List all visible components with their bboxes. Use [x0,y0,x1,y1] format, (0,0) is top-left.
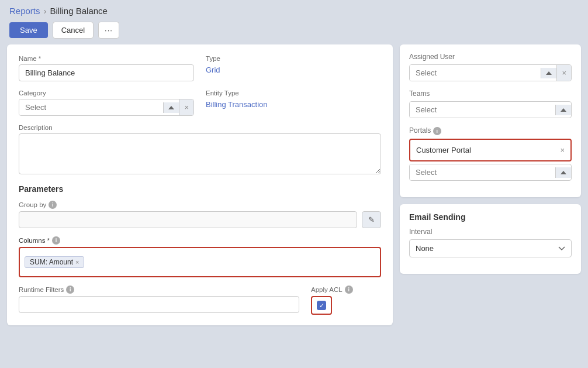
portals-chevron-up-btn[interactable] [555,167,571,178]
chevron-up-icon [168,106,174,109]
entity-type-value: Billing Transaction [206,99,381,110]
portals-select-wrapper [409,164,572,181]
interval-select[interactable]: None Daily Weekly Monthly [409,239,572,257]
group-by-edit-btn[interactable]: ✎ [362,211,381,228]
assigned-user-clear-btn[interactable]: × [556,65,571,81]
category-input[interactable] [19,99,163,115]
group-by-label: Group by i [19,201,381,209]
columns-wrapper: SUM: Amount × [19,247,381,277]
interval-field-group: Interval None Daily Weekly Monthly [409,228,572,257]
portal-remove-btn[interactable]: × [560,146,565,154]
main-panel: Name * Type Grid Category [7,44,393,325]
column-tag-label: SUM: Amount [30,258,73,266]
content-area: Name * Type Grid Category [0,44,588,332]
apply-acl-label: Apply ACL i [311,286,381,294]
category-chevron-up-btn[interactable] [163,102,179,113]
name-label: Name * [19,55,194,62]
chevron-up-icon [546,71,552,75]
assigned-user-select-wrapper: × [409,64,572,81]
runtime-filters-row: Runtime Filters i Apply ACL i [19,286,381,315]
more-button[interactable]: ··· [98,22,119,39]
description-input[interactable] [19,133,381,174]
runtime-filters-info-icon: i [66,286,74,294]
portals-label: Portals i [409,126,572,135]
name-type-row: Name * Type Grid [19,55,381,90]
columns-field-group: Columns * i SUM: Amount × [19,236,381,277]
email-sending-title: Email Sending [409,212,572,222]
assigned-user-input[interactable] [410,65,541,81]
close-icon: × [184,103,189,112]
category-field-group: Category × [19,90,194,116]
save-button[interactable]: Save [9,22,48,38]
page-wrapper: Reports › Billing Balance Save Cancel ··… [0,0,588,368]
breadcrumb-link[interactable]: Reports [9,6,40,16]
close-icon: × [562,68,566,77]
name-input[interactable] [19,64,194,81]
cancel-button[interactable]: Cancel [53,22,94,39]
portal-item: Customer Portal × [415,143,566,157]
breadcrumb: Reports › Billing Balance [0,0,588,19]
pencil-icon: ✎ [368,215,375,224]
apply-acl-checkbox[interactable] [317,301,326,310]
type-label: Type [206,55,381,62]
interval-wrapper: None Daily Weekly Monthly [409,239,572,257]
chevron-up-icon [561,108,566,112]
teams-field-group: Teams [409,90,572,118]
type-value: Grid [206,64,381,75]
portals-info-icon: i [433,127,441,135]
chevron-up-icon [561,171,566,174]
runtime-filters-group: Runtime Filters i [19,286,299,313]
entity-type-field-group: Entity Type Billing Transaction [206,90,381,116]
entity-type-label: Entity Type [206,90,381,97]
description-field-group: Description [19,124,381,176]
assigned-user-label: Assigned User [409,53,572,61]
column-tag-remove[interactable]: × [75,259,79,266]
group-by-info-icon: i [49,201,57,209]
portals-wrapper: Customer Portal × [409,139,572,161]
portal-name: Customer Portal [416,146,471,154]
category-clear-btn[interactable]: × [179,99,193,115]
group-by-wrapper: ✎ [19,211,381,228]
teams-chevron-up-btn[interactable] [555,105,571,115]
columns-label: Columns * i [19,236,381,245]
apply-acl-info-icon: i [345,286,353,294]
columns-tag-area: SUM: Amount × [25,253,375,271]
description-label: Description [19,124,381,131]
email-sending-card: Email Sending Interval None Daily Weekly… [400,204,581,274]
assigned-teams-card: Assigned User × Teams [400,44,581,197]
breadcrumb-current: Billing Balance [50,6,108,16]
runtime-filters-input[interactable] [19,296,299,313]
column-tag: SUM: Amount × [25,256,84,268]
type-field-group: Type Grid [206,55,381,81]
teams-input[interactable] [410,102,555,118]
teams-label: Teams [409,90,572,98]
portals-field-group: Portals i Customer Portal × [409,126,572,181]
runtime-filters-label: Runtime Filters i [19,286,299,294]
assigned-user-chevron-up-btn[interactable] [541,68,556,78]
name-field-group: Name * [19,55,194,81]
assigned-user-field-group: Assigned User × [409,53,572,81]
group-by-input[interactable] [19,211,357,228]
parameters-title: Parameters [19,184,381,194]
teams-select-wrapper [409,101,572,118]
group-by-field-group: Group by i ✎ [19,201,381,228]
columns-info-icon: i [52,236,60,245]
category-label: Category [19,90,194,97]
apply-acl-wrapper [311,296,332,315]
apply-acl-group: Apply ACL i [311,286,381,315]
toolbar: Save Cancel ··· [0,19,588,44]
side-panel: Assigned User × Teams [400,44,581,325]
interval-label: Interval [409,228,572,236]
portals-input[interactable] [410,164,555,180]
breadcrumb-separator: › [44,6,47,16]
category-entity-row: Category × Entity Type [19,90,381,124]
category-select-wrapper: × [19,99,194,116]
